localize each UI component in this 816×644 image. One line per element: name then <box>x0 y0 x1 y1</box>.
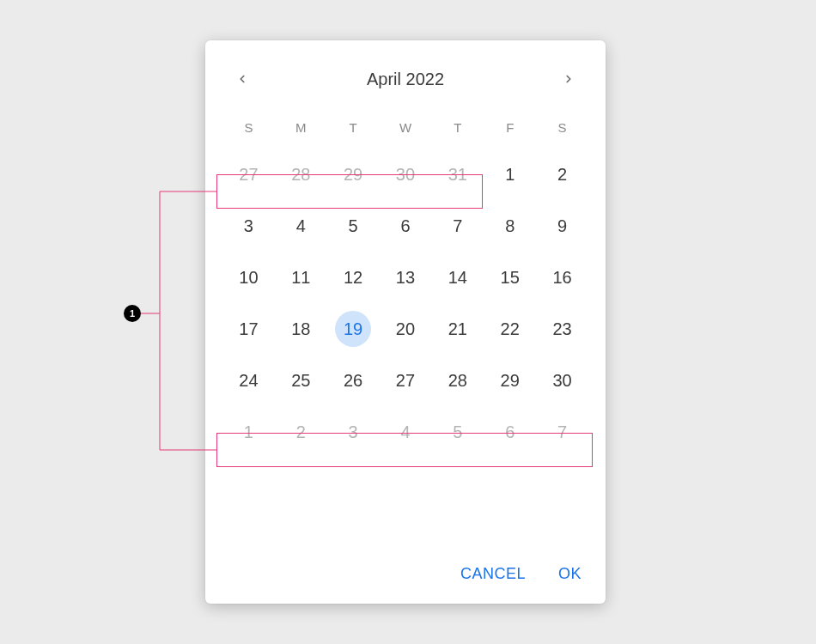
weekday-label: W <box>380 114 432 142</box>
day-cell[interactable]: 21 <box>431 303 484 355</box>
day-cell[interactable]: 28 <box>431 355 484 406</box>
day-cell[interactable]: 10 <box>222 252 275 303</box>
day-cell[interactable]: 2 <box>536 149 588 200</box>
day-cell[interactable]: 5 <box>327 200 380 252</box>
day-cell[interactable]: 28 <box>275 149 327 200</box>
day-cell[interactable]: 30 <box>536 355 588 406</box>
ok-button[interactable]: OK <box>558 565 582 583</box>
day-cell[interactable]: 12 <box>327 252 380 303</box>
annotation-badge: 1 <box>124 305 141 322</box>
day-cell[interactable]: 7 <box>431 200 484 252</box>
day-cell[interactable]: 2 <box>275 406 327 458</box>
chevron-right-icon <box>563 73 575 85</box>
cancel-button[interactable]: CANCEL <box>460 565 526 583</box>
day-cell[interactable]: 6 <box>484 406 536 458</box>
day-cell[interactable]: 1 <box>222 406 275 458</box>
chevron-left-icon <box>236 73 248 85</box>
day-cell[interactable]: 3 <box>222 200 275 252</box>
day-cell[interactable]: 13 <box>380 252 432 303</box>
day-cell[interactable]: 26 <box>327 355 380 406</box>
weekday-label: M <box>275 114 327 142</box>
day-cell[interactable]: 4 <box>275 200 327 252</box>
weekday-label: T <box>431 114 484 142</box>
day-cell[interactable]: 17 <box>222 303 275 355</box>
day-cell[interactable]: 1 <box>484 149 536 200</box>
day-cell[interactable]: 9 <box>536 200 588 252</box>
day-cell[interactable]: 31 <box>431 149 484 200</box>
dialog-actions: CANCEL OK <box>460 565 582 583</box>
weekday-label: T <box>327 114 380 142</box>
day-cell[interactable]: 4 <box>380 406 432 458</box>
weekday-label: S <box>536 114 588 142</box>
day-cell[interactable]: 18 <box>275 303 327 355</box>
day-cell[interactable]: 6 <box>380 200 432 252</box>
day-cell[interactable]: 7 <box>536 406 588 458</box>
day-cell[interactable]: 20 <box>380 303 432 355</box>
month-year-label: April 2022 <box>367 70 444 89</box>
day-cell[interactable]: 22 <box>484 303 536 355</box>
day-cell[interactable]: 16 <box>536 252 588 303</box>
day-cell[interactable]: 15 <box>484 252 536 303</box>
day-cell[interactable]: 3 <box>327 406 380 458</box>
day-cell[interactable]: 27 <box>380 355 432 406</box>
weekday-label: F <box>484 114 536 142</box>
day-cell[interactable]: 11 <box>275 252 327 303</box>
calendar-header: April 2022 <box>222 64 588 102</box>
day-cell[interactable]: 14 <box>431 252 484 303</box>
day-cell[interactable]: 19 <box>327 303 380 355</box>
day-grid: 2728293031123456789101112131415161718192… <box>222 149 588 458</box>
day-cell[interactable]: 27 <box>222 149 275 200</box>
day-cell[interactable]: 29 <box>327 149 380 200</box>
weekday-label: S <box>222 114 275 142</box>
day-cell[interactable]: 5 <box>431 406 484 458</box>
day-cell[interactable]: 24 <box>222 355 275 406</box>
day-cell[interactable]: 23 <box>536 303 588 355</box>
weekday-row: SMTWTFS <box>222 114 588 142</box>
next-month-button[interactable] <box>554 64 583 94</box>
date-picker-card: April 2022 SMTWTFS 272829303112345678910… <box>205 40 606 604</box>
day-cell[interactable]: 25 <box>275 355 327 406</box>
prev-month-button[interactable] <box>228 64 257 94</box>
day-cell[interactable]: 29 <box>484 355 536 406</box>
day-cell[interactable]: 8 <box>484 200 536 252</box>
day-cell[interactable]: 30 <box>380 149 432 200</box>
